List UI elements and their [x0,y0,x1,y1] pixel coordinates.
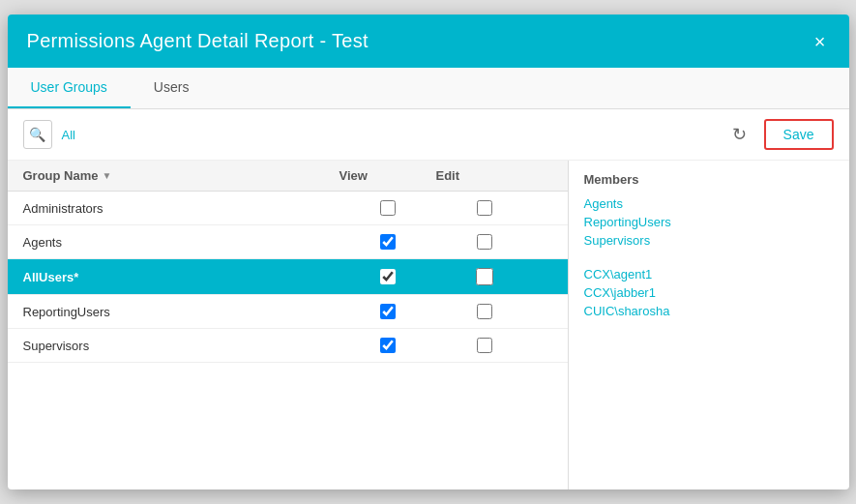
content-area: Group Name ▼ View Edit Administrators [8,161,849,489]
col-edit: Edit [436,168,533,183]
sort-icon: ▼ [103,170,112,181]
view-checkbox-cell [339,200,436,216]
edit-checkbox[interactable] [477,304,492,319]
save-button[interactable]: Save [764,119,834,150]
view-checkbox-cell [339,269,436,284]
table-row-selected[interactable]: AllUsers* [8,259,568,295]
table-row[interactable]: ReportingUsers [8,295,568,329]
refresh-button[interactable]: ↻ [725,120,754,149]
row-name: AllUsers* [23,270,339,284]
members-group-1: Agents ReportingUsers Supervisors [584,196,834,248]
edit-checkbox-cell [436,338,533,353]
table-header: Group Name ▼ View Edit [8,161,568,192]
view-checkbox[interactable] [380,234,396,250]
close-button[interactable]: × [811,32,830,51]
view-checkbox-cell [339,234,436,250]
edit-checkbox[interactable] [477,200,492,216]
edit-checkbox-cell [436,268,533,285]
edit-checkbox-cell [436,234,533,250]
row-name: Administrators [23,201,339,216]
members-group-2: CCX\agent1 CCX\jabber1 CUIC\sharosha [584,267,834,318]
right-panel: Members Agents ReportingUsers Supervisor… [569,161,849,489]
table-row[interactable]: Agents [8,225,568,259]
table-row[interactable]: Administrators [8,192,568,225]
row-name: Agents [23,235,339,250]
refresh-icon: ↻ [732,124,747,145]
member-link[interactable]: CCX\jabber1 [584,285,834,300]
edit-checkbox[interactable] [477,338,492,353]
row-name: Supervisors [23,339,339,353]
toolbar-right: ↻ Save [725,119,834,150]
member-link[interactable]: CCX\agent1 [584,267,834,282]
view-checkbox-cell [339,338,436,353]
toolbar: 🔍 All ↻ Save [8,109,849,161]
left-panel: Group Name ▼ View Edit Administrators [8,161,569,489]
view-checkbox[interactable] [380,338,396,353]
modal: Permissions Agent Detail Report - Test ×… [8,15,849,489]
col-view: View [339,168,436,183]
filter-label: All [62,128,75,142]
edit-checkbox[interactable] [477,234,492,250]
tab-bar: User Groups Users [8,68,849,109]
members-divider [584,259,834,267]
view-checkbox[interactable] [380,269,396,284]
row-name: ReportingUsers [23,305,339,319]
search-button[interactable]: 🔍 [23,120,52,149]
members-title: Members [584,172,834,187]
view-checkbox[interactable] [380,200,396,216]
modal-title: Permissions Agent Detail Report - Test [27,30,369,52]
member-link[interactable]: ReportingUsers [584,215,834,229]
col-group-name: Group Name ▼ [23,168,339,183]
edit-checkbox[interactable] [476,268,493,285]
view-checkbox-cell [339,304,436,319]
modal-header: Permissions Agent Detail Report - Test × [8,15,849,68]
tab-user-groups[interactable]: User Groups [8,68,131,108]
view-checkbox[interactable] [380,304,396,319]
member-link[interactable]: Agents [584,196,834,211]
tab-users[interactable]: Users [131,68,213,108]
table-row[interactable]: Supervisors [8,329,568,363]
search-icon: 🔍 [29,127,45,142]
member-link[interactable]: Supervisors [584,233,834,248]
edit-checkbox-cell [436,200,533,216]
member-link[interactable]: CUIC\sharosha [584,304,834,318]
edit-checkbox-cell [436,304,533,319]
